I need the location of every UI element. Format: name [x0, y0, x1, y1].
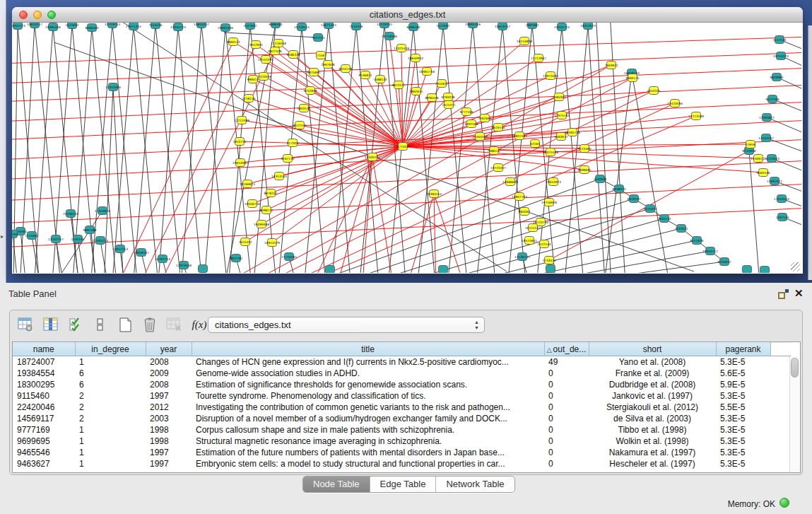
table-row[interactable]: 977716911998Corpus callosum shape and si…	[13, 424, 791, 436]
cell-short: Wolkin et al. (1998)	[589, 436, 716, 447]
cell-filler	[770, 413, 791, 424]
svg-text:7462664: 7462664	[478, 117, 491, 120]
cell-name: 9463627	[13, 458, 75, 469]
vertical-scrollbar[interactable]	[789, 356, 799, 473]
table-row[interactable]: 1938455462009Genome-wide association stu…	[13, 368, 791, 379]
column-header-in_degree[interactable]: in_degree	[75, 343, 146, 356]
delete-icon[interactable]	[140, 315, 160, 334]
resize-grip[interactable]	[791, 262, 800, 271]
sort-ascending-icon: △	[547, 346, 552, 354]
svg-text:7515526: 7515526	[148, 23, 162, 27]
merge-rows-icon[interactable]	[90, 315, 110, 334]
collapse-chevron-icon[interactable]: ▸	[1, 233, 4, 240]
table-tab-bar: Node TableEdge TableNetwork Table	[302, 476, 515, 493]
svg-text:19218596: 19218596	[382, 35, 397, 38]
network-canvas[interactable]: 2405572410653257206914061527602846616010…	[12, 23, 801, 273]
column-header-out_de-[interactable]: △out_de...	[544, 343, 589, 356]
column-header-pagerank[interactable]: pagerank	[716, 343, 770, 356]
table-row[interactable]: 969969511998Structural magnetic resonanc…	[13, 436, 791, 447]
column-visibility-icon[interactable]	[41, 315, 61, 334]
svg-text:14671355: 14671355	[126, 25, 141, 28]
new-document-icon[interactable]	[116, 315, 136, 334]
svg-text:9465546: 9465546	[756, 171, 770, 175]
table-row[interactable]: 2242004622012Investigating the contribut…	[13, 402, 791, 413]
svg-text:12213967: 12213967	[531, 57, 546, 60]
svg-text:7485063: 7485063	[552, 95, 565, 99]
table-row[interactable]: 911546021997Tourette syndrome. Phenomeno…	[13, 390, 791, 402]
scrollbar-thumb[interactable]	[791, 358, 799, 378]
cell-pagerank: 5.5E-5	[716, 402, 770, 413]
svg-text:19756928: 19756928	[541, 201, 557, 204]
svg-text:2803144: 2803144	[297, 107, 310, 110]
cell-pagerank: 5.3E-5	[716, 436, 770, 447]
svg-text:24055724: 24055724	[554, 25, 570, 29]
svg-text:14569117: 14569117	[751, 157, 766, 160]
svg-text:10654112: 10654112	[702, 250, 718, 253]
svg-text:2522544: 2522544	[537, 243, 551, 246]
cell-title: Tourette syndrome. Phenomenology and cla…	[192, 390, 544, 402]
svg-text:10973493: 10973493	[543, 74, 558, 78]
table-row[interactable]: 1456911722003Disruption of a novel membe…	[13, 413, 791, 424]
svg-text:8466160: 8466160	[406, 25, 420, 29]
table-row[interactable]: 1830029562008Estimation of significance …	[13, 379, 791, 390]
column-header-title[interactable]: title	[192, 343, 544, 356]
cell-short: Stergiakouli et al. (2012)	[589, 402, 716, 413]
svg-text:62160: 62160	[530, 142, 540, 146]
svg-text:1167534: 1167534	[775, 216, 789, 219]
cell-in_degree: 6	[75, 379, 146, 390]
cell-pagerank: 5.6E-5	[716, 368, 770, 379]
cell-out_degree: 0	[544, 458, 589, 469]
column-header-year[interactable]: year	[146, 343, 192, 356]
row-selection-icon[interactable]	[66, 315, 86, 334]
close-panel-icon[interactable]: ✕	[794, 287, 804, 300]
table-row[interactable]: 946554611997Estimation of the future num…	[13, 447, 791, 458]
function-builder-icon[interactable]: f(x)	[189, 315, 209, 334]
cell-out_degree: 0	[544, 447, 589, 458]
svg-text:1527602: 1527602	[65, 23, 78, 27]
cell-short: de Silva et al. (2003)	[589, 413, 716, 424]
cell-name: 9115460	[13, 390, 75, 402]
svg-text:917004: 917004	[287, 141, 299, 145]
table-settings-icon[interactable]	[16, 315, 35, 334]
window-titlebar[interactable]: citations_edges.txt	[12, 7, 803, 23]
tab-node-table[interactable]: Node Table	[303, 477, 370, 492]
svg-text:2935114: 2935114	[657, 217, 671, 221]
svg-text:8938923: 8938923	[612, 187, 625, 191]
svg-text:8427552: 8427552	[293, 124, 306, 127]
cell-out_degree: 49	[544, 356, 589, 368]
network-table-dropdown[interactable]: citations_edges.txt ▲▼	[208, 317, 485, 333]
svg-text:16154808: 16154808	[517, 40, 532, 43]
delete-table-icon[interactable]	[164, 315, 184, 334]
column-header-short[interactable]: short	[589, 343, 716, 356]
cell-filler	[770, 402, 791, 413]
citation-network-graph[interactable]: 2405572410653257206914061527602846616010…	[12, 23, 801, 273]
svg-text:16046756: 16046756	[245, 202, 260, 206]
svg-text:9474444: 9474444	[643, 207, 657, 211]
svg-text:19384554: 19384554	[426, 192, 442, 196]
svg-text:6497568: 6497568	[464, 122, 478, 126]
svg-text:10653257: 10653257	[194, 23, 209, 26]
float-panel-button[interactable]	[778, 289, 789, 299]
cell-in_degree: 1	[75, 458, 146, 469]
table-row[interactable]: 946362711997Embryonic stem cells: a mode…	[13, 458, 791, 469]
svg-text:8498222: 8498222	[259, 209, 273, 212]
cell-in_degree: 2	[75, 390, 146, 402]
table-row[interactable]: 1872400712008Changes of HCN gene express…	[13, 356, 791, 368]
svg-text:15692971: 15692971	[767, 180, 782, 183]
cell-pagerank: 5.3E-5	[716, 458, 770, 469]
cell-title: Changes of HCN gene expression and I(f) …	[192, 356, 544, 368]
svg-text:12444197: 12444197	[758, 136, 774, 140]
svg-text:12226058: 12226058	[271, 42, 286, 45]
svg-text:20564486: 20564486	[472, 135, 488, 139]
cell-out_degree: 0	[544, 424, 589, 436]
cell-name: 9777169	[13, 424, 75, 436]
svg-text:19495758: 19495758	[565, 131, 580, 134]
cell-name: 19384554	[13, 368, 75, 379]
svg-text:16914479: 16914479	[264, 241, 280, 245]
svg-text:9860123: 9860123	[226, 40, 240, 44]
tab-network-table[interactable]: Network Table	[436, 477, 514, 492]
memory-status-icon	[779, 498, 789, 508]
svg-text:1117534: 1117534	[772, 38, 786, 42]
column-header-name[interactable]: name	[13, 343, 75, 356]
tab-edge-table[interactable]: Edge Table	[370, 477, 437, 492]
